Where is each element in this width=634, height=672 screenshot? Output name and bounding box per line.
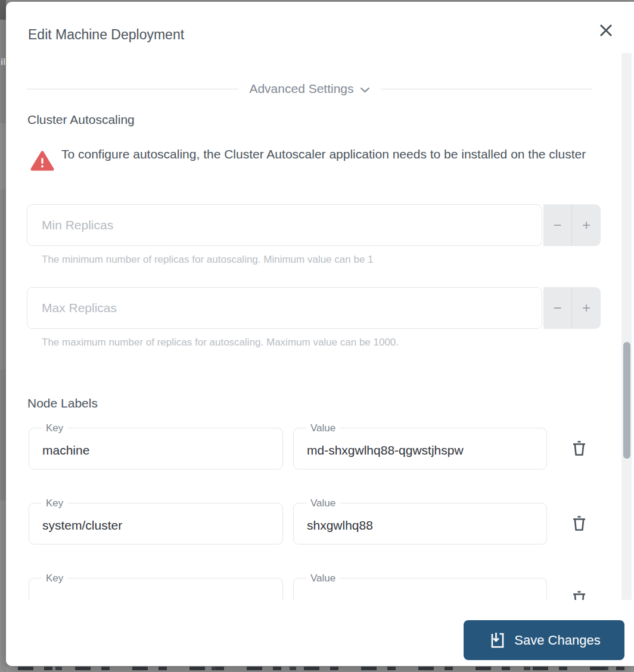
autoscaling-warning-text: To configure autoscaling, the Cluster Au… xyxy=(61,142,592,166)
trash-icon xyxy=(571,450,588,459)
save-changes-label: Save Changes xyxy=(514,633,600,648)
node-label-value-input[interactable] xyxy=(294,428,546,469)
dialog-header: Edit Machine Deployment xyxy=(6,2,634,53)
key-label: Key xyxy=(42,573,67,584)
page-overlay-left: il xyxy=(0,0,6,672)
scrollbar-thumb[interactable] xyxy=(623,342,630,459)
node-label-key-field: Key xyxy=(29,428,283,469)
node-label-key-field: Key xyxy=(29,578,283,600)
close-icon xyxy=(598,31,614,40)
delete-label-row-button[interactable] xyxy=(570,515,588,534)
save-icon xyxy=(487,631,505,649)
min-replicas-field: − + xyxy=(27,204,601,246)
value-label: Value xyxy=(306,497,340,509)
max-replicas-input[interactable] xyxy=(27,287,542,329)
node-label-value-field: Value xyxy=(293,428,547,469)
trash-icon xyxy=(571,525,588,534)
delete-label-row-button[interactable] xyxy=(570,440,588,459)
value-label: Value xyxy=(306,422,340,434)
edit-machine-deployment-dialog: Edit Machine Deployment Advanced Setting… xyxy=(6,2,634,666)
key-label: Key xyxy=(42,422,67,434)
dialog-title: Edit Machine Deployment xyxy=(28,27,184,43)
max-replicas-increment-button[interactable]: + xyxy=(572,287,601,329)
page-overlay-bottom xyxy=(6,666,634,672)
node-label-key-input[interactable] xyxy=(29,503,282,544)
divider xyxy=(27,89,238,89)
min-replicas-increment-button[interactable]: + xyxy=(572,204,601,246)
warning-icon xyxy=(30,150,54,174)
max-replicas-field: − + xyxy=(27,287,601,329)
max-replicas-stepper: − + xyxy=(543,287,601,329)
save-changes-button[interactable]: Save Changes xyxy=(464,620,624,660)
scrollbar-track[interactable] xyxy=(621,53,632,600)
value-label: Value xyxy=(306,573,340,584)
min-replicas-stepper: − + xyxy=(543,204,601,246)
advanced-settings-label: Advanced Settings xyxy=(249,82,353,96)
node-label-value-input[interactable] xyxy=(294,503,546,544)
node-label-key-input[interactable] xyxy=(29,428,282,469)
min-replicas-hint: The minimum number of replicas for autos… xyxy=(42,254,374,266)
divider xyxy=(381,89,592,89)
node-label-value-field: Value xyxy=(293,503,547,545)
node-label-key-field: Key xyxy=(29,503,283,545)
close-button[interactable] xyxy=(598,23,614,39)
dialog-body: Advanced Settings Cluster Autoscaling To… xyxy=(6,53,634,600)
max-replicas-hint: The maximum number of replicas for autos… xyxy=(42,337,399,349)
key-label: Key xyxy=(42,497,67,509)
background-clipped-text xyxy=(18,667,634,670)
min-replicas-decrement-button[interactable]: − xyxy=(543,204,572,246)
cluster-autoscaling-heading: Cluster Autoscaling xyxy=(27,113,135,127)
min-replicas-input[interactable] xyxy=(27,204,542,246)
delete-label-row-button[interactable] xyxy=(570,590,588,600)
node-labels-heading: Node Labels xyxy=(27,396,98,410)
max-replicas-decrement-button[interactable]: − xyxy=(543,287,572,329)
dialog-footer: Save Changes xyxy=(6,600,634,666)
chevron-down-icon xyxy=(360,87,370,93)
background-text-fragment: il xyxy=(1,57,5,67)
node-label-value-field: Value xyxy=(293,578,547,600)
advanced-settings-toggle[interactable]: Advanced Settings xyxy=(27,80,592,98)
